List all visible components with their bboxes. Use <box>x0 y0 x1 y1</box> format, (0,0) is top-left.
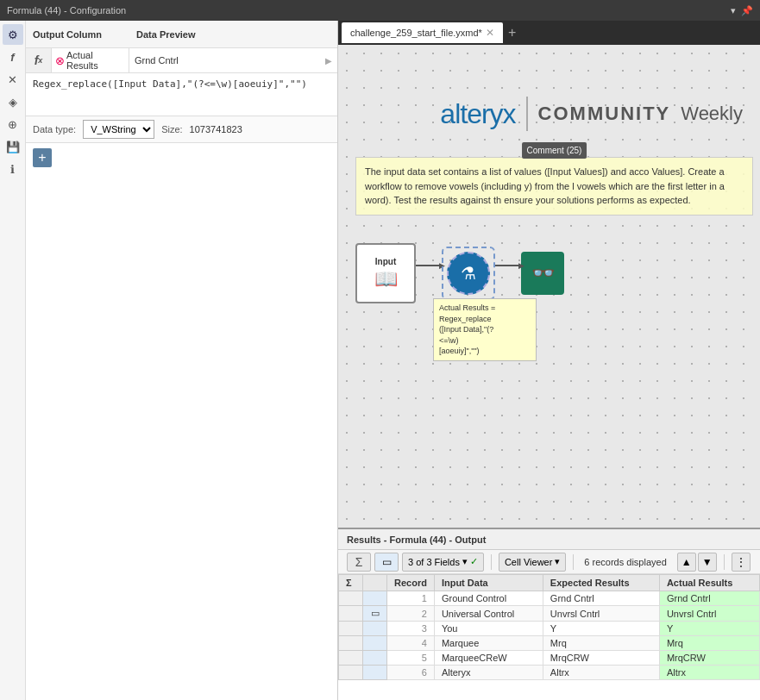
actual-results-cell: Grnd Cntrl <box>659 591 759 606</box>
more-options-button[interactable]: ⋮ <box>732 553 751 572</box>
main-area: ⚙ f ✕ ◈ ⊕ 💾 ℹ Output Column Data Preview… <box>0 21 760 700</box>
comment-tooltip: Comment (25) <box>522 142 587 159</box>
results-toolbar: Σ ▭ 3 of 3 Fields ▾ ✓ Cell Viewer ▾ 6 re… <box>338 550 760 574</box>
canvas-area[interactable]: alteryx COMMUNITY Weekly Comment (25) Th… <box>338 45 760 528</box>
file-tab[interactable]: challenge_259_start_file.yxmd* ✕ <box>342 22 503 43</box>
record-header: Record <box>387 575 435 591</box>
add-field-button[interactable]: + <box>33 148 52 167</box>
fields-label: 3 of 3 Fields <box>408 557 460 567</box>
comment-box[interactable]: Comment (25) The input data set contains… <box>355 157 753 216</box>
formula-expression[interactable]: Regex_replace([Input Data],"(?<=\w)[aoeu… <box>26 73 337 116</box>
browse-node[interactable]: 👓 <box>521 252 564 295</box>
x-subscript: x <box>38 56 42 65</box>
tab-close-button[interactable]: ✕ <box>486 27 494 39</box>
input-node-icon: 📖 <box>374 268 398 291</box>
browse-node-icon: 👓 <box>531 262 555 284</box>
left-sidebar: ⚙ f ✕ ◈ ⊕ 💾 ℹ <box>0 21 26 700</box>
record-icon-cell <box>363 591 387 606</box>
browse-node-box[interactable]: 👓 <box>521 252 564 295</box>
actual-results-header: Actual Results <box>659 575 759 591</box>
expected-results-cell: Unvrsl Cntrl <box>543 606 659 622</box>
row-number-cell: 2 <box>387 606 435 622</box>
table-row: 5MarqueeCReWMrqCRWMrqCRW <box>339 651 760 666</box>
sidebar-icon-shape[interactable]: ◈ <box>3 91 23 112</box>
cell-viewer-button[interactable]: Cell Viewer ▾ <box>499 553 566 572</box>
input-node-label: Input <box>375 257 396 266</box>
record-icon-cell: ▭ <box>363 606 387 622</box>
table-row: 6AlteryxAltrxAltrx <box>339 666 760 680</box>
formula-node-icon: ⚗ <box>461 263 476 284</box>
sidebar-icon-x[interactable]: ✕ <box>3 69 23 90</box>
sidebar-icon-settings[interactable]: ⚙ <box>3 24 23 45</box>
comment-text: The input data set contains a list of va… <box>365 166 725 205</box>
formula-tooltip: Actual Results = Regex_replace ([Input D… <box>433 298 537 361</box>
sigma-cell <box>339 636 363 651</box>
input-data-cell: You <box>434 622 543 636</box>
results-panel: Results - Formula (44) - Output Σ ▭ 3 of… <box>338 528 760 700</box>
left-panel: Output Column Data Preview f x ⊗ Actual … <box>26 21 338 700</box>
new-tab-button[interactable]: + <box>503 25 521 41</box>
output-column-name: Actual Results <box>66 50 125 71</box>
community-logo: alteryx COMMUNITY Weekly <box>440 97 743 131</box>
records-count-label: 6 records displayed <box>584 557 666 567</box>
output-column-header: Output Column <box>29 29 133 40</box>
sigma-cell <box>339 622 363 636</box>
dropdown-icon[interactable]: ▾ <box>731 5 736 16</box>
results-table: Σ Record Input Data Expected Results Act… <box>338 574 760 700</box>
remove-button[interactable]: ⊗ <box>55 54 65 67</box>
sidebar-icon-formula[interactable]: f <box>3 47 23 67</box>
data-table: Σ Record Input Data Expected Results Act… <box>338 574 760 680</box>
formula-text: Regex_replace([Input Data],"(?<=\w)[aoeu… <box>33 78 307 90</box>
datatype-select[interactable]: V_WString <box>83 120 154 139</box>
sidebar-icon-info[interactable]: ℹ <box>3 159 23 179</box>
size-value: 1073741823 <box>190 124 242 134</box>
record-icon-cell <box>363 636 387 651</box>
input-data-cell: MarqueeCReW <box>434 651 543 666</box>
record-icon-cell <box>363 622 387 636</box>
results-title: Results - Formula (44) - Output <box>347 534 486 545</box>
logo-divider <box>526 97 528 131</box>
scroll-up-button[interactable]: ▲ <box>677 553 696 572</box>
title-controls: ▾ 📌 <box>731 5 753 16</box>
tab-label: challenge_259_start_file.yxmd* <box>350 28 482 38</box>
sidebar-icon-save[interactable]: 💾 <box>3 136 23 157</box>
datatype-label: Data type: <box>33 124 76 134</box>
input-node-box[interactable]: Input 📖 <box>355 243 416 303</box>
formula-row: f x ⊗ Actual Results Grnd Cntrl ▶ <box>26 48 337 73</box>
actual-results-cell: Mrq <box>659 636 759 651</box>
expected-results-cell: Altrx <box>543 666 659 680</box>
row-number-cell: 5 <box>387 651 435 666</box>
tab-bar: challenge_259_start_file.yxmd* ✕ + <box>338 21 760 45</box>
expected-results-header: Expected Results <box>543 575 659 591</box>
toolbar-separator-3 <box>724 554 725 570</box>
toolbar-separator-1 <box>491 554 492 570</box>
community-label: COMMUNITY <box>538 103 671 125</box>
row-number-cell: 6 <box>387 666 435 680</box>
scroll-down-button[interactable]: ▼ <box>698 553 717 572</box>
sigma-cell <box>339 651 363 666</box>
sidebar-icon-plus[interactable]: ⊕ <box>3 114 23 134</box>
weekly-label: Weekly <box>681 103 743 125</box>
workflow-nodes: Input 📖 ⚗ Actual Results = <box>355 243 564 303</box>
input-data-header: Input Data <box>434 575 543 591</box>
preview-column-header: Data Preview <box>133 29 334 40</box>
sigma-cell <box>339 591 363 606</box>
connector-1 <box>416 265 442 266</box>
cell-viewer-dropdown-icon: ▾ <box>555 556 560 567</box>
input-data-cell: Universal Control <box>434 606 543 622</box>
row-number-cell: 1 <box>387 591 435 606</box>
formula-node-box[interactable]: ⚗ <box>447 252 490 295</box>
formula-node[interactable]: ⚗ Actual Results = Regex_replace ([Input… <box>442 247 495 300</box>
table-row: 4MarqueeMrqMrq <box>339 636 760 651</box>
row-number-cell: 4 <box>387 636 435 651</box>
datatype-row: Data type: V_WString Size: 1073741823 <box>26 116 337 143</box>
expected-results-cell: Grnd Cntrl <box>543 591 659 606</box>
sigma-button[interactable]: Σ <box>347 553 371 572</box>
preview-value: Grnd Cntrl <box>135 55 179 66</box>
input-node[interactable]: Input 📖 <box>355 243 416 303</box>
fields-button[interactable]: 3 of 3 Fields ▾ ✓ <box>402 553 484 572</box>
fields-dropdown-icon: ▾ <box>462 556 468 567</box>
fields-check-icon: ✓ <box>470 556 478 567</box>
pin-icon[interactable]: 📌 <box>741 5 753 16</box>
filter-button[interactable]: ▭ <box>374 553 399 572</box>
